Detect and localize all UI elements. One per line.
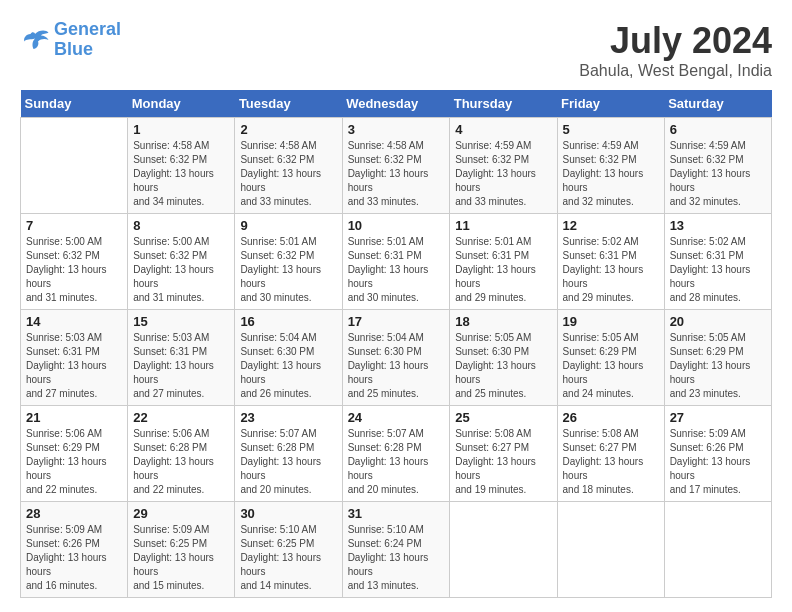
- calendar-cell: [21, 118, 128, 214]
- day-info: Sunrise: 5:09 AMSunset: 6:25 PMDaylight:…: [133, 523, 229, 593]
- day-info: Sunrise: 5:09 AMSunset: 6:26 PMDaylight:…: [26, 523, 122, 593]
- calendar-cell: [557, 502, 664, 598]
- day-number: 27: [670, 410, 766, 425]
- day-info: Sunrise: 5:06 AMSunset: 6:28 PMDaylight:…: [133, 427, 229, 497]
- day-info: Sunrise: 5:08 AMSunset: 6:27 PMDaylight:…: [455, 427, 551, 497]
- day-number: 9: [240, 218, 336, 233]
- day-info: Sunrise: 5:05 AMSunset: 6:29 PMDaylight:…: [670, 331, 766, 401]
- day-info: Sunrise: 4:58 AMSunset: 6:32 PMDaylight:…: [133, 139, 229, 209]
- day-info: Sunrise: 5:02 AMSunset: 6:31 PMDaylight:…: [563, 235, 659, 305]
- calendar-week-2: 7Sunrise: 5:00 AMSunset: 6:32 PMDaylight…: [21, 214, 772, 310]
- calendar-cell: 11Sunrise: 5:01 AMSunset: 6:31 PMDayligh…: [450, 214, 557, 310]
- day-info: Sunrise: 5:02 AMSunset: 6:31 PMDaylight:…: [670, 235, 766, 305]
- calendar-cell: 17Sunrise: 5:04 AMSunset: 6:30 PMDayligh…: [342, 310, 450, 406]
- day-number: 17: [348, 314, 445, 329]
- calendar-cell: 8Sunrise: 5:00 AMSunset: 6:32 PMDaylight…: [128, 214, 235, 310]
- day-info: Sunrise: 5:03 AMSunset: 6:31 PMDaylight:…: [133, 331, 229, 401]
- calendar-week-3: 14Sunrise: 5:03 AMSunset: 6:31 PMDayligh…: [21, 310, 772, 406]
- day-number: 19: [563, 314, 659, 329]
- calendar-cell: 22Sunrise: 5:06 AMSunset: 6:28 PMDayligh…: [128, 406, 235, 502]
- calendar-cell: 21Sunrise: 5:06 AMSunset: 6:29 PMDayligh…: [21, 406, 128, 502]
- day-info: Sunrise: 4:59 AMSunset: 6:32 PMDaylight:…: [455, 139, 551, 209]
- day-number: 2: [240, 122, 336, 137]
- calendar-week-5: 28Sunrise: 5:09 AMSunset: 6:26 PMDayligh…: [21, 502, 772, 598]
- calendar-cell: 29Sunrise: 5:09 AMSunset: 6:25 PMDayligh…: [128, 502, 235, 598]
- header: General Blue July 2024 Bahula, West Beng…: [20, 20, 772, 80]
- day-number: 11: [455, 218, 551, 233]
- day-info: Sunrise: 5:10 AMSunset: 6:25 PMDaylight:…: [240, 523, 336, 593]
- day-number: 24: [348, 410, 445, 425]
- day-number: 22: [133, 410, 229, 425]
- header-saturday: Saturday: [664, 90, 771, 118]
- day-number: 23: [240, 410, 336, 425]
- header-tuesday: Tuesday: [235, 90, 342, 118]
- day-number: 16: [240, 314, 336, 329]
- calendar-cell: 12Sunrise: 5:02 AMSunset: 6:31 PMDayligh…: [557, 214, 664, 310]
- calendar-cell: 19Sunrise: 5:05 AMSunset: 6:29 PMDayligh…: [557, 310, 664, 406]
- calendar-header-row: SundayMondayTuesdayWednesdayThursdayFrid…: [21, 90, 772, 118]
- calendar-cell: 9Sunrise: 5:01 AMSunset: 6:32 PMDaylight…: [235, 214, 342, 310]
- calendar-week-1: 1Sunrise: 4:58 AMSunset: 6:32 PMDaylight…: [21, 118, 772, 214]
- header-sunday: Sunday: [21, 90, 128, 118]
- day-number: 10: [348, 218, 445, 233]
- day-info: Sunrise: 4:58 AMSunset: 6:32 PMDaylight:…: [348, 139, 445, 209]
- day-info: Sunrise: 5:00 AMSunset: 6:32 PMDaylight:…: [26, 235, 122, 305]
- calendar-cell: 16Sunrise: 5:04 AMSunset: 6:30 PMDayligh…: [235, 310, 342, 406]
- day-number: 20: [670, 314, 766, 329]
- day-info: Sunrise: 5:01 AMSunset: 6:31 PMDaylight:…: [348, 235, 445, 305]
- calendar-cell: 31Sunrise: 5:10 AMSunset: 6:24 PMDayligh…: [342, 502, 450, 598]
- day-number: 4: [455, 122, 551, 137]
- day-number: 29: [133, 506, 229, 521]
- calendar-cell: [450, 502, 557, 598]
- calendar-cell: 2Sunrise: 4:58 AMSunset: 6:32 PMDaylight…: [235, 118, 342, 214]
- calendar-cell: 18Sunrise: 5:05 AMSunset: 6:30 PMDayligh…: [450, 310, 557, 406]
- day-number: 28: [26, 506, 122, 521]
- calendar-cell: 5Sunrise: 4:59 AMSunset: 6:32 PMDaylight…: [557, 118, 664, 214]
- calendar-cell: 25Sunrise: 5:08 AMSunset: 6:27 PMDayligh…: [450, 406, 557, 502]
- logo-icon: [20, 28, 50, 52]
- calendar-cell: 15Sunrise: 5:03 AMSunset: 6:31 PMDayligh…: [128, 310, 235, 406]
- day-info: Sunrise: 5:05 AMSunset: 6:29 PMDaylight:…: [563, 331, 659, 401]
- day-info: Sunrise: 5:01 AMSunset: 6:31 PMDaylight:…: [455, 235, 551, 305]
- calendar-cell: 26Sunrise: 5:08 AMSunset: 6:27 PMDayligh…: [557, 406, 664, 502]
- header-thursday: Thursday: [450, 90, 557, 118]
- day-number: 7: [26, 218, 122, 233]
- day-number: 21: [26, 410, 122, 425]
- day-number: 12: [563, 218, 659, 233]
- day-info: Sunrise: 5:01 AMSunset: 6:32 PMDaylight:…: [240, 235, 336, 305]
- header-monday: Monday: [128, 90, 235, 118]
- day-info: Sunrise: 5:04 AMSunset: 6:30 PMDaylight:…: [348, 331, 445, 401]
- day-number: 14: [26, 314, 122, 329]
- calendar-cell: 4Sunrise: 4:59 AMSunset: 6:32 PMDaylight…: [450, 118, 557, 214]
- day-info: Sunrise: 5:06 AMSunset: 6:29 PMDaylight:…: [26, 427, 122, 497]
- day-info: Sunrise: 5:04 AMSunset: 6:30 PMDaylight:…: [240, 331, 336, 401]
- calendar-cell: 1Sunrise: 4:58 AMSunset: 6:32 PMDaylight…: [128, 118, 235, 214]
- title-area: July 2024 Bahula, West Bengal, India: [579, 20, 772, 80]
- calendar-cell: 23Sunrise: 5:07 AMSunset: 6:28 PMDayligh…: [235, 406, 342, 502]
- logo: General Blue: [20, 20, 121, 60]
- day-number: 31: [348, 506, 445, 521]
- day-info: Sunrise: 5:05 AMSunset: 6:30 PMDaylight:…: [455, 331, 551, 401]
- day-number: 13: [670, 218, 766, 233]
- day-info: Sunrise: 5:00 AMSunset: 6:32 PMDaylight:…: [133, 235, 229, 305]
- calendar-cell: [664, 502, 771, 598]
- calendar-table: SundayMondayTuesdayWednesdayThursdayFrid…: [20, 90, 772, 598]
- day-number: 1: [133, 122, 229, 137]
- day-info: Sunrise: 5:08 AMSunset: 6:27 PMDaylight:…: [563, 427, 659, 497]
- day-info: Sunrise: 5:10 AMSunset: 6:24 PMDaylight:…: [348, 523, 445, 593]
- day-number: 26: [563, 410, 659, 425]
- logo-text: General Blue: [54, 20, 121, 60]
- day-number: 30: [240, 506, 336, 521]
- day-number: 25: [455, 410, 551, 425]
- month-year-title: July 2024: [579, 20, 772, 62]
- calendar-cell: 24Sunrise: 5:07 AMSunset: 6:28 PMDayligh…: [342, 406, 450, 502]
- location-subtitle: Bahula, West Bengal, India: [579, 62, 772, 80]
- day-number: 3: [348, 122, 445, 137]
- header-wednesday: Wednesday: [342, 90, 450, 118]
- calendar-cell: 30Sunrise: 5:10 AMSunset: 6:25 PMDayligh…: [235, 502, 342, 598]
- header-friday: Friday: [557, 90, 664, 118]
- day-number: 6: [670, 122, 766, 137]
- calendar-cell: 14Sunrise: 5:03 AMSunset: 6:31 PMDayligh…: [21, 310, 128, 406]
- day-info: Sunrise: 4:58 AMSunset: 6:32 PMDaylight:…: [240, 139, 336, 209]
- day-info: Sunrise: 5:07 AMSunset: 6:28 PMDaylight:…: [348, 427, 445, 497]
